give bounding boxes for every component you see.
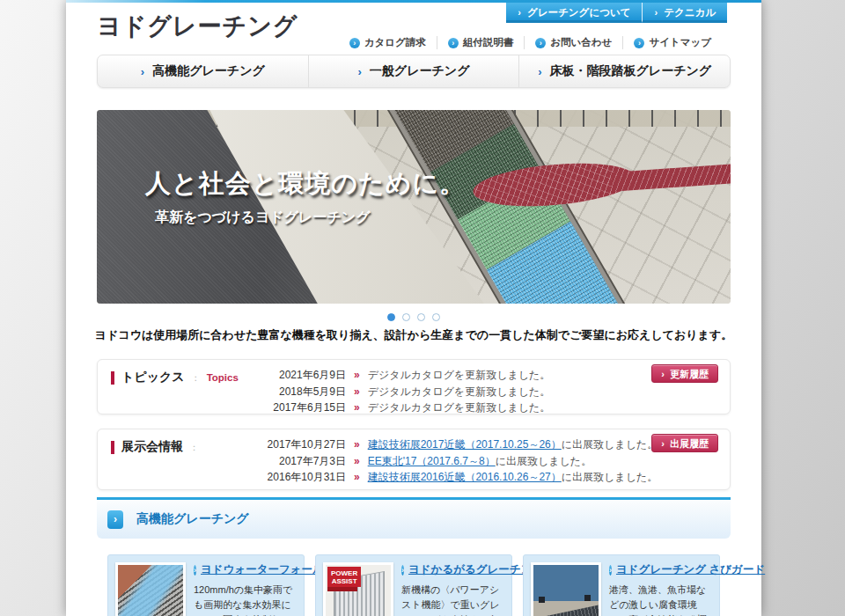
badge-line: ASSIST xyxy=(332,577,357,585)
carousel-dot[interactable] xyxy=(387,313,395,321)
exhibition-date: 2016年10月31日 xyxy=(247,469,346,486)
company-tagline: ヨドコウは使用場所に合わせた豊富な機種を取り揃え、設計から生産までの一貫した体制… xyxy=(66,327,761,343)
assembly-manual-label: 組付説明書 xyxy=(463,36,514,49)
catalog-request-label: カタログ請求 xyxy=(364,36,426,49)
exhibition-box: 展示会情報 ： 2017年10月27日 » 建設技術展2017近畿（2017.1… xyxy=(97,429,731,490)
update-history-button[interactable]: ›更新履歴 xyxy=(651,364,718,383)
technical-button[interactable]: ›テクニカル xyxy=(642,3,727,23)
topic-date: 2021年6月9日 xyxy=(247,367,346,384)
card-link-row: › ヨドグレーチング さびガード xyxy=(609,562,712,577)
exhibition-row: 2017年7月3日 » EE東北'17（2017.6.7～8） に出展致しました… xyxy=(247,453,658,470)
main-navigation: ›高機能グレーチング ›一般グレーチング ›床板・階段踏板グレーチング xyxy=(97,55,731,88)
high-function-section-header: › 高機能グレーチング xyxy=(97,497,731,539)
chevron-right-icon: › xyxy=(661,438,665,449)
exhibition-row: 2017年10月27日 » 建設技術展2017近畿（2017.10.25～26）… xyxy=(247,436,658,453)
arrow-circle-icon: › xyxy=(349,38,360,48)
product-description: 港湾、漁港、魚市場などの激しい腐食環境で、高耐食性能を発揮します。 xyxy=(609,583,712,616)
product-image-waterfalls xyxy=(115,562,186,616)
double-arrow-icon: » xyxy=(354,453,360,470)
arrow-circle-icon: › xyxy=(535,38,546,48)
product-link[interactable]: ヨドグレーチング さびガード xyxy=(616,562,765,577)
exhibition-header: 展示会情報 ： xyxy=(111,439,205,455)
card-body: › ヨドかるがるグレーチング 新機構の〈パワーアシスト機能〉で重いグレーチングも… xyxy=(401,562,504,616)
red-bar-icon xyxy=(111,441,114,454)
hero-subheadline: 革新をつづけるヨドグレーチング xyxy=(155,209,371,227)
catalog-request-link[interactable]: ›カタログ請求 xyxy=(339,36,437,49)
exhibition-suffix: に出展致しました。 xyxy=(496,453,592,470)
utility-links: ›カタログ請求 ›組付説明書 ›お問い合わせ ›サイトマップ xyxy=(339,36,722,49)
site-logo[interactable]: ヨドグレーチング xyxy=(97,10,298,43)
chevron-square-icon[interactable]: › xyxy=(107,510,123,529)
hero-headline: 人と社会と環境のために。 xyxy=(145,166,466,202)
topic-date: 2018年5月9日 xyxy=(247,384,346,400)
arrow-circle-icon: › xyxy=(194,565,196,576)
topics-row: 2018年5月9日 » デジタルカタログを更新致しました。 xyxy=(247,384,550,400)
product-card-karugaru[interactable]: POWER ASSIST › ヨドかるがるグレーチング 新機構の〈パワーアシスト… xyxy=(315,554,512,616)
topic-text: デジタルカタログを更新致しました。 xyxy=(368,400,551,416)
exhibition-list: 2017年10月27日 » 建設技術展2017近畿（2017.10.25～26）… xyxy=(247,436,658,486)
arrow-circle-icon: › xyxy=(609,565,612,576)
topics-list: 2021年6月9日 » デジタルカタログを更新致しました。 2018年5月9日 … xyxy=(247,367,550,416)
chevron-right-icon: › xyxy=(141,65,144,78)
sitemap-link[interactable]: ›サイトマップ xyxy=(622,36,722,49)
exhibition-link[interactable]: EE東北'17（2017.6.7～8） xyxy=(368,453,496,470)
topic-text: デジタルカタログを更新致しました。 xyxy=(368,384,551,400)
carousel-dot[interactable] xyxy=(402,313,410,321)
card-body: › ヨドグレーチング さびガード 港湾、漁港、魚市場などの激しい腐食環境で、高耐… xyxy=(609,562,712,616)
exhibition-row: 2016年10月31日 » 建設技術展2016近畿（2016.10.26～27）… xyxy=(247,469,658,486)
page-container: ヨドグレーチング ›グレーチングについて ›テクニカル ›カタログ請求 ›組付説… xyxy=(66,0,761,616)
separator: ： xyxy=(189,441,199,454)
topics-box: トピックス ： Topics 2021年6月9日 » デジタルカタログを更新致し… xyxy=(97,359,731,414)
nav-floor-stair-grating[interactable]: ›床板・階段踏板グレーチング xyxy=(518,55,730,87)
about-grating-button[interactable]: ›グレーチングについて xyxy=(506,3,642,23)
topics-subtitle: Topics xyxy=(207,372,239,383)
double-arrow-icon: » xyxy=(354,384,360,400)
chevron-right-icon: › xyxy=(661,369,665,379)
chevron-right-icon: › xyxy=(538,65,541,78)
nav-high-function-grating[interactable]: ›高機能グレーチング xyxy=(98,55,308,87)
exhibition-history-button[interactable]: ›出展履歴 xyxy=(651,434,718,452)
about-grating-label: グレーチングについて xyxy=(527,7,630,18)
topics-row: 2021年6月9日 » デジタルカタログを更新致しました。 xyxy=(247,367,550,384)
carousel-dots xyxy=(97,309,731,325)
topics-row: 2017年6月15日 » デジタルカタログを更新致しました。 xyxy=(247,400,550,416)
arrow-circle-icon: › xyxy=(401,565,404,576)
product-image-rustguard xyxy=(531,562,601,616)
product-description: 新機構の〈パワーアシスト機能〉で重いグレーチングも女性やお年寄りの方がカル～ク開… xyxy=(401,583,504,616)
header-top-buttons: ›グレーチングについて ›テクニカル xyxy=(506,3,727,23)
nav-general-grating[interactable]: ›一般グレーチング xyxy=(308,55,519,87)
exhibition-link[interactable]: 建設技術展2016近畿（2016.10.26～27） xyxy=(368,469,562,486)
exhibition-title: 展示会情報 xyxy=(121,439,183,455)
carousel-dot[interactable] xyxy=(417,313,425,321)
double-arrow-icon: » xyxy=(354,469,360,486)
chevron-right-icon: › xyxy=(518,7,521,18)
contact-link[interactable]: ›お問い合わせ xyxy=(524,36,622,49)
arrow-circle-icon: › xyxy=(448,38,459,48)
product-card-waterfalls[interactable]: › ヨドウォーターフォールズ 120mm/hの集中豪雨でも画期的な集水効果により… xyxy=(107,554,305,616)
exhibition-date: 2017年10月27日 xyxy=(247,436,346,453)
separator: ： xyxy=(191,371,201,385)
exhibition-link[interactable]: 建設技術展2017近畿（2017.10.25～26） xyxy=(368,436,562,453)
product-card-rustguard[interactable]: › ヨドグレーチング さびガード 港湾、漁港、魚市場などの激しい腐食環境で、高耐… xyxy=(523,554,720,616)
arrow-circle-icon: › xyxy=(634,38,644,48)
hero-carousel-slide: 人と社会と環境のために。 革新をつづけるヨドグレーチング xyxy=(97,110,731,304)
topics-title: トピックス xyxy=(121,370,185,385)
topic-date: 2017年6月15日 xyxy=(247,400,346,416)
carousel-dot[interactable] xyxy=(432,313,440,321)
assembly-manual-link[interactable]: ›組付説明書 xyxy=(437,36,525,49)
card-link-row: › ヨドかるがるグレーチング xyxy=(401,562,504,577)
product-image-karugaru: POWER ASSIST xyxy=(323,562,393,616)
exhibition-suffix: に出展致しました。 xyxy=(562,436,658,453)
section-title: 高機能グレーチング xyxy=(136,511,249,527)
badge-line: POWER xyxy=(331,569,357,577)
double-arrow-icon: » xyxy=(354,436,360,453)
product-cards: › ヨドウォーターフォールズ 120mm/hの集中豪雨でも画期的な集水効果により… xyxy=(107,554,720,616)
power-assist-badge: POWER ASSIST xyxy=(327,567,361,587)
contact-label: お問い合わせ xyxy=(550,36,612,49)
update-history-label: 更新履歴 xyxy=(670,369,709,379)
sitemap-label: サイトマップ xyxy=(649,36,711,49)
red-bar-icon xyxy=(111,371,114,385)
topic-text: デジタルカタログを更新致しました。 xyxy=(368,367,551,384)
technical-label: テクニカル xyxy=(664,7,716,18)
exhibition-history-label: 出展履歴 xyxy=(670,438,709,449)
